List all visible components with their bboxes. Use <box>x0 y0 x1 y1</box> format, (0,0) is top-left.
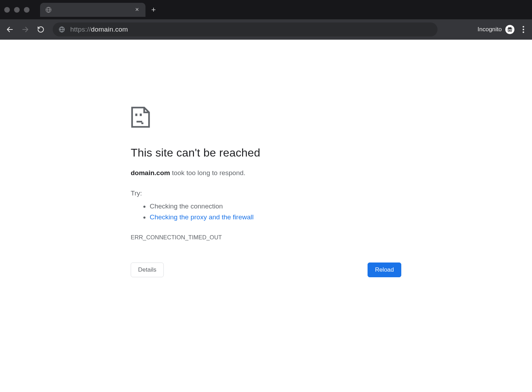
menu-button[interactable] <box>518 24 528 35</box>
window-zoom-dot[interactable] <box>24 7 30 13</box>
error-heading: This site can't be reached <box>131 146 401 159</box>
svg-rect-10 <box>137 121 142 122</box>
proxy-firewall-link[interactable]: Checking the proxy and the firewall <box>150 213 254 221</box>
window-close-dot[interactable] <box>4 7 10 13</box>
svg-point-3 <box>508 30 510 32</box>
error-code: ERR_CONNECTION_TIMED_OUT <box>131 234 401 241</box>
back-button[interactable] <box>4 23 16 36</box>
close-tab-icon[interactable]: × <box>134 6 141 13</box>
error-host: domain.com <box>131 169 170 177</box>
window-controls <box>4 7 37 13</box>
error-desc-suffix: took too long to respond. <box>170 169 245 177</box>
svg-point-7 <box>523 32 524 33</box>
svg-rect-9 <box>140 114 142 116</box>
url-host: domain.com <box>91 26 128 33</box>
sad-page-icon <box>131 106 401 129</box>
svg-point-4 <box>510 30 512 32</box>
address-bar[interactable]: https://domain.com <box>53 22 437 36</box>
globe-icon <box>45 6 52 13</box>
forward-button[interactable] <box>19 23 32 36</box>
site-info-icon[interactable] <box>58 26 65 33</box>
incognito-label: Incognito <box>478 26 502 33</box>
svg-point-5 <box>523 26 524 27</box>
url-scheme: https:// <box>70 26 91 33</box>
suggestion-list: Checking the connection Checking the pro… <box>131 201 401 223</box>
svg-point-6 <box>523 29 524 30</box>
browser-tab[interactable]: × <box>40 3 145 17</box>
browser-chrome: × + https://domain.com Incognito <box>0 0 532 40</box>
suggestion-proxy: Checking the proxy and the firewall <box>150 212 401 222</box>
reload-button[interactable] <box>34 23 47 36</box>
suggestion-connection: Checking the connection <box>150 201 401 212</box>
error-container: This site can't be reached domain.com to… <box>131 106 401 277</box>
svg-rect-2 <box>507 29 513 29</box>
button-row: Details Reload <box>131 263 401 277</box>
reload-page-button[interactable]: Reload <box>368 263 401 277</box>
details-button[interactable]: Details <box>131 263 164 277</box>
svg-rect-11 <box>141 122 143 124</box>
window-minimize-dot[interactable] <box>14 7 20 13</box>
try-label: Try: <box>131 190 401 197</box>
tab-strip: × + <box>0 0 532 19</box>
error-description: domain.com took too long to respond. <box>131 169 401 177</box>
incognito-icon[interactable] <box>505 25 514 34</box>
url-text: https://domain.com <box>70 26 128 33</box>
svg-rect-8 <box>135 114 137 116</box>
new-tab-button[interactable]: + <box>148 5 160 14</box>
toolbar: https://domain.com Incognito <box>0 19 532 40</box>
page-content: This site can't be reached domain.com to… <box>0 40 532 277</box>
